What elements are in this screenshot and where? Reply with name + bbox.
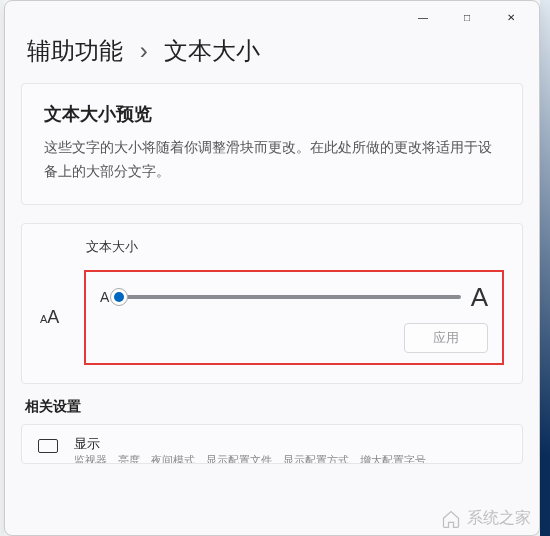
breadcrumb-separator: ›	[140, 37, 148, 64]
titlebar: — □ ✕	[5, 1, 539, 33]
related-settings-heading: 相关设置	[25, 398, 519, 416]
monitor-icon	[38, 439, 58, 453]
minimize-button[interactable]: —	[401, 2, 445, 32]
preview-description: 这些文字的大小将随着你调整滑块而更改。在此处所做的更改将适用于设备上的大部分文字…	[44, 136, 500, 184]
breadcrumb: 辅助功能 › 文本大小	[5, 33, 539, 83]
related-display-title: 显示	[74, 435, 426, 453]
settings-window: — □ ✕ 辅助功能 › 文本大小 文本大小预览 这些文字的大小将随着你调整滑块…	[4, 0, 540, 536]
slider-thumb[interactable]	[110, 288, 128, 306]
breadcrumb-current: 文本大小	[164, 37, 260, 64]
apply-button[interactable]: 应用	[404, 323, 488, 353]
related-display-subtitle: 监视器、亮度、夜间模式、显示配置文件、显示配置方式、增大配置字号	[74, 453, 426, 464]
preview-title: 文本大小预览	[44, 102, 500, 126]
related-display-item[interactable]: 显示 监视器、亮度、夜间模式、显示配置文件、显示配置方式、增大配置字号	[21, 424, 523, 464]
slider-max-label: A	[471, 282, 488, 313]
highlight-box: A A 应用	[84, 270, 504, 365]
slider-min-label: A	[100, 289, 109, 305]
text-size-icon: AA	[40, 307, 84, 328]
watermark: 系统之家	[441, 508, 531, 529]
text-size-section: 文本大小 AA A A 应用	[21, 223, 523, 384]
text-size-label: 文本大小	[86, 238, 504, 256]
maximize-button[interactable]: □	[445, 2, 489, 32]
breadcrumb-parent[interactable]: 辅助功能	[27, 37, 123, 64]
text-size-preview-card: 文本大小预览 这些文字的大小将随着你调整滑块而更改。在此处所做的更改将适用于设备…	[21, 83, 523, 205]
house-icon	[441, 509, 461, 529]
close-button[interactable]: ✕	[489, 2, 533, 32]
text-size-slider[interactable]	[119, 295, 460, 299]
